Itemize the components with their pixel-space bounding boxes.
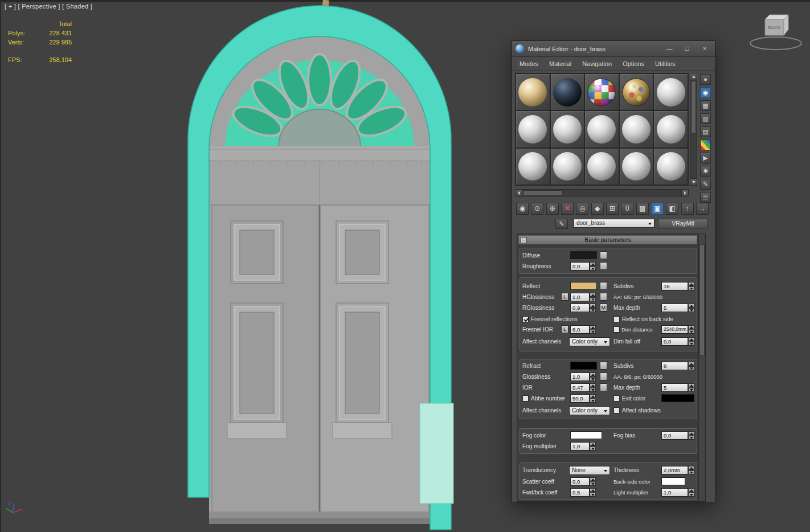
- scatter-coeff-field[interactable]: 0,0: [570, 477, 590, 486]
- show-background-icon[interactable]: ▩: [636, 203, 649, 215]
- spinner-down-icon[interactable]: [688, 493, 694, 497]
- abbe-number-checkbox[interactable]: [522, 395, 529, 402]
- assign-material-to-selection-icon[interactable]: ⊕: [546, 203, 559, 215]
- put-to-library-icon[interactable]: ⊞: [606, 203, 619, 215]
- material-name-dropdown[interactable]: door_brass: [574, 219, 654, 228]
- sample-slot[interactable]: [653, 73, 688, 111]
- spinner-up-icon[interactable]: [688, 431, 694, 435]
- reflect-affect-channels-dropdown[interactable]: Color only: [569, 337, 610, 346]
- spinner-up-icon[interactable]: [590, 293, 596, 297]
- pick-material-eyedropper-icon[interactable]: ✎: [555, 219, 568, 229]
- spinner-up-icon[interactable]: [688, 383, 694, 387]
- roughness-map-button[interactable]: [600, 262, 607, 270]
- roughness-spinner[interactable]: [590, 262, 596, 271]
- spinner-up-icon[interactable]: [590, 477, 596, 481]
- fresnel-ior-field[interactable]: 6,0: [570, 325, 590, 334]
- fog-multiplier-field[interactable]: 1,0: [570, 442, 590, 451]
- sample-slot[interactable]: [516, 73, 550, 111]
- spinner-down-icon[interactable]: [688, 388, 694, 392]
- spinner-up-icon[interactable]: [590, 325, 596, 329]
- show-end-result-icon[interactable]: ◧: [666, 203, 678, 215]
- basic-parameters-rollout[interactable]: − Basic parameters: [518, 235, 697, 244]
- fresnel-ior-lock-button[interactable]: L: [561, 325, 568, 333]
- sample-slot[interactable]: [619, 111, 654, 148]
- background-checker-icon[interactable]: ▦: [700, 100, 711, 111]
- ior-map-button[interactable]: [600, 383, 607, 391]
- reset-map-icon[interactable]: ✕: [561, 203, 574, 215]
- rglossiness-m-button[interactable]: M: [600, 304, 607, 312]
- light-multiplier-field[interactable]: 1,0: [661, 488, 688, 497]
- material-editor-titlebar[interactable]: Material Editor - door_brass — □ ×: [512, 41, 715, 57]
- refract-subdivs-field[interactable]: 8: [661, 362, 688, 370]
- fog-bias-field[interactable]: 0,0: [661, 431, 688, 440]
- hglossiness-map-button[interactable]: [600, 293, 607, 301]
- fwd-bck-coeff-field[interactable]: 0,5: [570, 488, 590, 497]
- ior-spinner[interactable]: [590, 383, 596, 392]
- menu-utilities[interactable]: Utilities: [655, 60, 675, 67]
- refract-affect-channels-dropdown[interactable]: Color only: [569, 406, 610, 415]
- fwd-bck-coeff-spinner[interactable]: [590, 488, 596, 497]
- exit-color-swatch[interactable]: [661, 394, 694, 402]
- spinner-up-icon[interactable]: [688, 488, 694, 492]
- material-type-button[interactable]: VRayMtl: [658, 219, 708, 228]
- scrollbar-thumb[interactable]: [523, 190, 563, 195]
- sample-slot[interactable]: [516, 148, 550, 185]
- refract-max-depth-field[interactable]: 5: [661, 383, 688, 392]
- diffuse-color-swatch[interactable]: [570, 251, 597, 259]
- sample-slot[interactable]: [550, 73, 585, 111]
- sample-slot[interactable]: [619, 148, 654, 185]
- menu-options[interactable]: Options: [623, 60, 644, 67]
- scrollbar-thumb[interactable]: [691, 81, 696, 133]
- spinner-down-icon[interactable]: [590, 377, 596, 381]
- spinner-down-icon[interactable]: [688, 342, 694, 346]
- exit-color-checkbox[interactable]: [613, 395, 620, 402]
- fog-multiplier-spinner[interactable]: [590, 442, 596, 451]
- slots-vertical-scrollbar[interactable]: [690, 73, 697, 186]
- diffuse-map-button[interactable]: [600, 251, 607, 259]
- light-multiplier-spinner[interactable]: [688, 488, 694, 497]
- refract-subdivs-spinner[interactable]: [688, 362, 694, 370]
- viewcube[interactable]: BACK: [750, 15, 801, 50]
- menu-navigation[interactable]: Navigation: [582, 60, 612, 67]
- spinner-up-icon[interactable]: [688, 304, 694, 308]
- spinner-down-icon[interactable]: [590, 297, 596, 301]
- sample-slot[interactable]: [516, 111, 550, 148]
- refract-max-depth-spinner[interactable]: [688, 383, 694, 392]
- spinner-up-icon[interactable]: [590, 394, 596, 398]
- make-unique-icon[interactable]: ◆: [591, 203, 604, 215]
- make-material-copy-icon[interactable]: ◎: [576, 203, 588, 215]
- dim-distance-field[interactable]: 2540,0mm: [661, 325, 688, 334]
- magnifier-icon[interactable]: ◉: [700, 87, 711, 98]
- affect-shadows-checkbox[interactable]: [613, 407, 620, 414]
- spinner-up-icon[interactable]: [688, 337, 694, 341]
- thickness-spinner[interactable]: [688, 466, 694, 474]
- scroll-left-icon[interactable]: [516, 190, 522, 196]
- minimize-button[interactable]: —: [662, 44, 676, 54]
- fog-bias-spinner[interactable]: [688, 431, 694, 440]
- hglossiness-lock-button[interactable]: L: [561, 293, 568, 301]
- viewcube-face-label[interactable]: BACK: [768, 25, 781, 30]
- sample-slot[interactable]: [550, 148, 585, 185]
- menu-modes[interactable]: Modes: [519, 60, 538, 67]
- spinner-up-icon[interactable]: [590, 304, 596, 308]
- translucency-dropdown[interactable]: None: [569, 466, 610, 475]
- sample-slot[interactable]: [584, 73, 619, 111]
- spinner-up-icon[interactable]: [590, 373, 596, 377]
- rglossiness-field[interactable]: 0,9: [570, 304, 590, 312]
- spinner-up-icon[interactable]: [688, 466, 694, 470]
- hglossiness-field[interactable]: 1,0: [570, 293, 590, 301]
- spinner-down-icon[interactable]: [590, 330, 596, 334]
- spinner-up-icon[interactable]: [590, 262, 596, 266]
- material-id-channel-icon[interactable]: 0: [621, 203, 633, 215]
- get-material-icon[interactable]: ◉: [516, 203, 529, 215]
- spinner-down-icon[interactable]: [688, 330, 694, 334]
- spinner-down-icon[interactable]: [688, 308, 694, 312]
- maximize-button[interactable]: □: [680, 44, 694, 54]
- rglossiness-spinner[interactable]: [590, 304, 596, 312]
- spinner-down-icon[interactable]: [590, 447, 596, 451]
- scroll-right-icon[interactable]: [681, 190, 688, 196]
- slots-horizontal-scrollbar[interactable]: [515, 189, 689, 197]
- spinner-up-icon[interactable]: [590, 488, 596, 492]
- abbe-number-field[interactable]: 50,0: [570, 394, 590, 403]
- spinner-down-icon[interactable]: [590, 482, 596, 486]
